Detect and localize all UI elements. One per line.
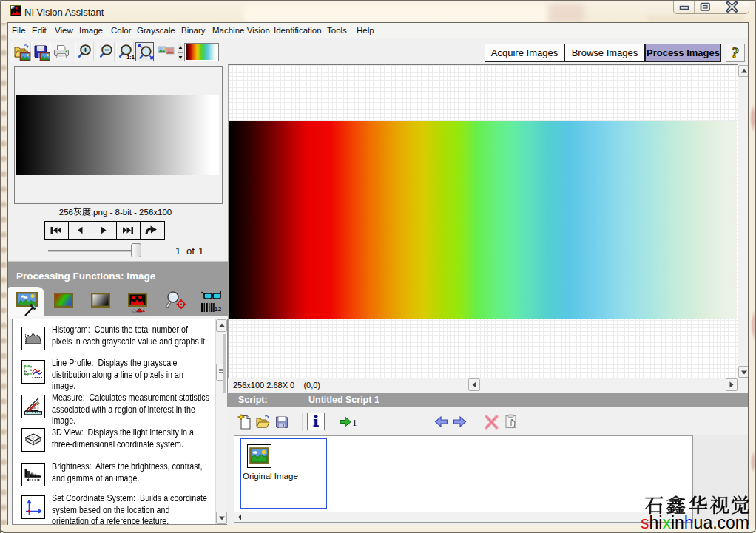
svg-text:?: ? bbox=[731, 44, 740, 61]
svg-text:1: 1 bbox=[352, 417, 357, 428]
svg-text:123: 123 bbox=[215, 305, 222, 313]
svg-text:1:1: 1:1 bbox=[126, 54, 135, 61]
